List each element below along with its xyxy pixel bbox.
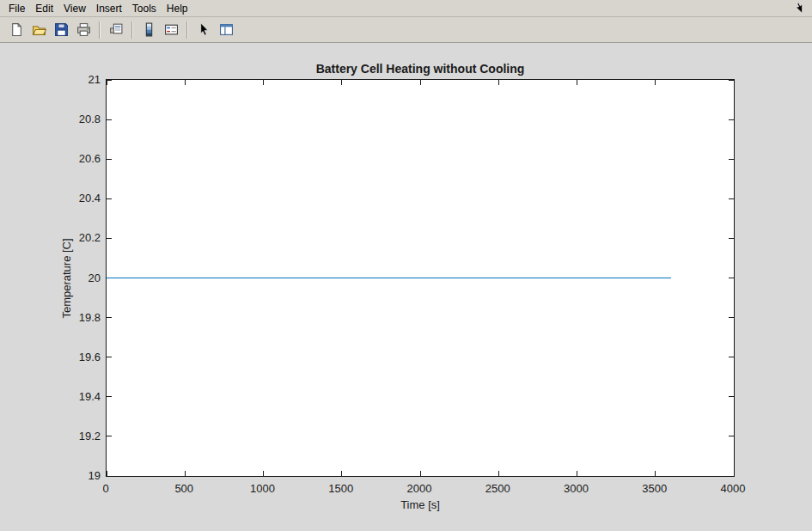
menu-edit[interactable]: Edit <box>30 1 58 16</box>
x-axis-label: Time [s] <box>106 498 735 511</box>
y-tick-label: 19.8 <box>49 311 101 324</box>
toolbar-separator <box>186 21 188 39</box>
toolbar <box>0 17 812 43</box>
save-button[interactable] <box>51 20 71 40</box>
pointer-arrow-icon <box>197 22 211 37</box>
figure-window: File Edit View Insert Tools Help <box>0 0 812 531</box>
x-tick-label: 2500 <box>472 482 523 495</box>
new-document-icon <box>9 22 24 37</box>
open-folder-icon <box>32 22 46 37</box>
edit-plot-button[interactable] <box>193 20 214 40</box>
open-button[interactable] <box>28 20 49 40</box>
toolbar-separator <box>131 21 133 39</box>
save-floppy-icon <box>54 22 69 37</box>
menu-view[interactable]: View <box>58 1 91 16</box>
colorbar-icon <box>142 22 156 37</box>
printer-icon <box>76 22 91 37</box>
panel-browser-icon <box>219 22 234 37</box>
x-tick-label: 1500 <box>315 482 367 495</box>
x-tick-label: 500 <box>158 482 210 495</box>
mouse-cursor-icon <box>793 2 805 14</box>
menu-tools[interactable]: Tools <box>127 1 162 16</box>
new-figure-button[interactable] <box>6 20 27 40</box>
y-tick-label: 20.2 <box>49 231 101 244</box>
y-tick-label: 20 <box>49 272 101 284</box>
x-tick-label: 3500 <box>629 482 681 495</box>
toolbar-separator <box>99 21 101 39</box>
print-preview-icon <box>109 22 124 37</box>
x-tick-label: 4000 <box>707 482 759 495</box>
legend-icon <box>164 22 179 37</box>
y-tick-label: 20.4 <box>49 192 101 204</box>
y-tick-label: 21 <box>49 73 101 86</box>
plot-surface <box>107 80 734 476</box>
x-tick-label: 0 <box>80 482 131 495</box>
plot-browser-button[interactable] <box>216 20 236 40</box>
chart-title: Battery Cell Heating without Cooling <box>106 62 735 76</box>
plot-area[interactable] <box>106 79 735 477</box>
menu-bar: File Edit View Insert Tools Help <box>0 0 812 17</box>
menu-help[interactable]: Help <box>162 1 193 16</box>
insert-colorbar-button[interactable] <box>138 20 159 40</box>
menu-file[interactable]: File <box>3 1 30 16</box>
print-button[interactable] <box>73 20 94 40</box>
insert-legend-button[interactable] <box>161 20 181 40</box>
y-tick-label: 19.2 <box>49 430 101 442</box>
menu-insert[interactable]: Insert <box>91 1 127 16</box>
print-preview-button[interactable] <box>106 20 126 40</box>
x-tick-label: 3000 <box>551 482 602 495</box>
y-tick-label: 20.6 <box>49 152 101 165</box>
x-tick-label: 2000 <box>394 482 445 495</box>
x-tick-label: 1000 <box>237 482 289 495</box>
y-tick-label: 20.8 <box>49 113 101 125</box>
y-tick-label: 19.6 <box>49 351 101 363</box>
figure-canvas: Battery Cell Heating without Cooling Tim… <box>0 43 812 531</box>
y-tick-label: 19.4 <box>49 390 101 403</box>
y-tick-label: 19 <box>49 469 101 482</box>
